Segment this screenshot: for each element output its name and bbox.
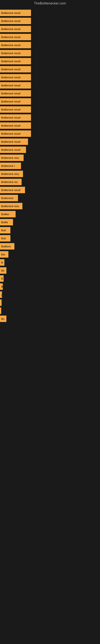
bar-row: Bottleneck result [0,65,100,73]
bar-row: Bottleneck result [0,106,100,114]
bar-row: Bottleneck result [0,57,100,65]
bottleneck-bar: Bottleneck result [0,82,31,88]
bottleneck-bar: Bottleneck result [0,10,31,16]
bottleneck-bar: Bottleneck result [0,74,31,80]
bar-row: Bottleneck result [0,9,100,17]
bottleneck-bar: Bottleneck result [0,98,31,105]
bar-row: Bottleneck result [0,73,100,81]
site-title: TheBottlenecker.com [0,0,100,7]
bar-row [0,307,100,315]
bottleneck-bar: Bottleneck result [0,50,31,56]
bar-row: Bottleneck result [0,17,100,25]
bar-row: Bottleneck result [0,49,100,57]
bar-row: Bottleneck [0,194,100,202]
bar-row: B [0,258,100,266]
bottleneck-bar: Bottleneck result [0,130,31,137]
bar-row: Bottleneck result [0,146,100,154]
bottleneck-bar: Bottleneck result [0,187,25,193]
bar-row: Bottleneck resu [0,202,100,210]
bar-row: Bottleneck result [0,81,100,89]
bar-row: Bott [0,226,100,234]
bar-row: Bot [0,250,100,258]
bar-row: Bottleneck result [0,114,100,122]
bar-row: Bottleneck result [0,138,100,146]
bar-row: Bott [0,234,100,242]
bar-row: Bottleneck result [0,41,100,49]
bar-row: Bottleneck resu [0,154,100,162]
bottleneck-bar: Bott [0,235,10,242]
bar-row: Bo [0,315,100,323]
bar-row: Bottleneck result [0,122,100,130]
bar-row [0,299,100,307]
bar-row: | [0,290,100,299]
bar-row: Bottleneck res [0,178,100,186]
bottleneck-bar: Bottleneck r [0,162,21,169]
bottleneck-bar: Bottleneck resu [0,171,23,177]
bottleneck-bar: Bo [0,267,6,274]
bar-row: Bottlen [0,210,100,218]
bottleneck-bar: Bottleneck result [0,66,31,72]
bar-row: Bottleneck resu [0,170,100,178]
bottleneck-bar: Bottleneck resu [0,203,22,209]
bottleneck-bar: Bottleneck result [0,114,31,121]
bottleneck-bar [0,308,1,314]
bottleneck-bar: | [0,292,2,298]
bottleneck-bar: Bottleneck result [0,34,31,40]
bottleneck-bar: Bottleneck result [0,122,31,129]
bottleneck-bar: Bo [0,316,6,322]
bottleneck-bar: Bottleneck result [0,106,31,113]
bottleneck-bar: Bottleneck result [0,26,31,32]
bottleneck-bar [0,300,1,306]
bottleneck-bar: Bot [0,251,8,258]
bottleneck-bar: B [0,259,4,266]
bottleneck-bar: Bottleneck result [0,90,31,96]
bar-row: Bottleneck result [0,33,100,41]
bar-row: Bottle [0,218,100,226]
bar-row: Bottleneck r [0,162,100,170]
bars-container: Bottleneck resultBottleneck resultBottle… [0,7,100,325]
bar-row: Bottleneck result [0,25,100,33]
bottleneck-bar: Bott [0,227,10,234]
bottleneck-bar: Bottleneck result [0,42,31,48]
bottleneck-bar: Bottleneck result [0,18,31,24]
bar-row: Bo [0,266,100,274]
bottleneck-bar: Bottleneck result [0,146,26,153]
bottleneck-bar: Bottleneck res [0,179,22,185]
bottleneck-bar: Bottlen [0,211,16,217]
bottleneck-bar: Bottleneck resu [0,154,24,161]
bottleneck-bar: Bottleneck [0,195,18,201]
bottleneck-bar: B [0,275,3,282]
bar-row: Bottleneck result [0,98,100,106]
bar-row: Bottleneck result [0,89,100,98]
bar-row: Bottleneck result [0,130,100,138]
bottleneck-bar: B [0,283,3,290]
bottleneck-bar: Bottle [0,219,13,226]
bottleneck-bar: Bottlene [0,243,14,250]
bar-row: Bottleneck result [0,186,100,194]
bar-row: B [0,274,100,282]
bar-row: Bottlene [0,242,100,250]
bottleneck-bar: Bottleneck result [0,58,31,64]
bar-row: B [0,282,100,290]
bottleneck-bar: Bottleneck result [0,138,28,145]
